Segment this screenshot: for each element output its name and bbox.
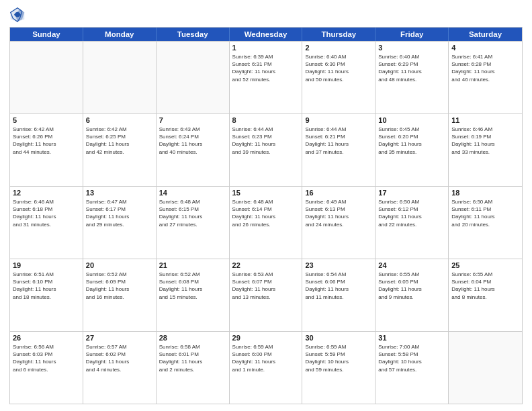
sunset-line: Sunset: 6:11 PM bbox=[451, 205, 519, 213]
sunset-line: Sunset: 6:17 PM bbox=[86, 205, 153, 213]
daylight-line: Daylight: 11 hours bbox=[378, 140, 445, 148]
page: SundayMondayTuesdayWednesdayThursdayFrid… bbox=[0, 0, 532, 411]
sunrise-line: Sunrise: 6:39 AM bbox=[232, 53, 300, 60]
daylight-line: and 15 minutes. bbox=[159, 293, 226, 301]
sunset-line: Sunset: 6:02 PM bbox=[86, 351, 153, 358]
sunrise-line: Sunrise: 6:40 AM bbox=[305, 53, 372, 60]
day-number: 4 bbox=[451, 44, 519, 52]
sunset-line: Sunset: 6:18 PM bbox=[13, 205, 80, 213]
daylight-line: and 35 minutes. bbox=[378, 148, 445, 156]
day-number: 15 bbox=[232, 189, 300, 197]
calendar-cell: 9Sunrise: 6:44 AMSunset: 6:21 PMDaylight… bbox=[302, 114, 375, 186]
header bbox=[9, 7, 523, 23]
sunrise-line: Sunrise: 6:54 AM bbox=[305, 271, 372, 278]
calendar-header-cell: Saturday bbox=[449, 28, 522, 41]
sunset-line: Sunset: 6:19 PM bbox=[451, 133, 519, 140]
logo bbox=[9, 7, 28, 23]
sunrise-line: Sunrise: 6:59 AM bbox=[305, 343, 372, 351]
daylight-line: Daylight: 11 hours bbox=[232, 285, 300, 293]
daylight-line: Daylight: 11 hours bbox=[305, 140, 372, 148]
daylight-line: Daylight: 11 hours bbox=[305, 68, 372, 75]
daylight-line: and 44 minutes. bbox=[13, 148, 80, 156]
sunrise-line: Sunrise: 6:44 AM bbox=[305, 126, 372, 133]
daylight-line: and 11 minutes. bbox=[305, 293, 372, 301]
daylight-line: Daylight: 11 hours bbox=[159, 213, 226, 220]
day-number: 24 bbox=[378, 261, 445, 269]
daylight-line: Daylight: 11 hours bbox=[378, 68, 445, 75]
daylight-line: and 40 minutes. bbox=[159, 148, 226, 156]
sunrise-line: Sunrise: 6:42 AM bbox=[86, 126, 153, 133]
sunrise-line: Sunrise: 6:58 AM bbox=[159, 343, 226, 351]
calendar-header-cell: Tuesday bbox=[157, 28, 230, 41]
calendar-week-row: 5Sunrise: 6:42 AMSunset: 6:26 PMDaylight… bbox=[10, 113, 522, 186]
calendar-cell: 25Sunrise: 6:55 AMSunset: 6:04 PMDayligh… bbox=[449, 259, 522, 331]
daylight-line: Daylight: 11 hours bbox=[159, 358, 226, 365]
sunset-line: Sunset: 6:04 PM bbox=[451, 278, 519, 285]
calendar-header-cell: Sunday bbox=[10, 28, 83, 41]
sunrise-line: Sunrise: 6:42 AM bbox=[13, 126, 80, 133]
daylight-line: and 8 minutes. bbox=[451, 293, 519, 301]
daylight-line: and 4 minutes. bbox=[86, 366, 153, 373]
daylight-line: Daylight: 11 hours bbox=[13, 213, 80, 220]
calendar-cell bbox=[449, 332, 522, 404]
sunrise-line: Sunrise: 6:44 AM bbox=[232, 126, 300, 133]
calendar-cell: 26Sunrise: 6:56 AMSunset: 6:03 PMDayligh… bbox=[10, 332, 83, 404]
daylight-line: and 20 minutes. bbox=[451, 221, 519, 228]
sunset-line: Sunset: 6:01 PM bbox=[159, 351, 226, 358]
day-number: 3 bbox=[378, 44, 445, 52]
sunset-line: Sunset: 6:20 PM bbox=[378, 133, 445, 140]
sunset-line: Sunset: 6:08 PM bbox=[159, 278, 226, 285]
sunset-line: Sunset: 6:09 PM bbox=[86, 278, 153, 285]
calendar-cell: 15Sunrise: 6:48 AMSunset: 6:14 PMDayligh… bbox=[230, 187, 303, 259]
calendar-cell: 4Sunrise: 6:41 AMSunset: 6:28 PMDaylight… bbox=[449, 42, 522, 113]
day-number: 11 bbox=[451, 116, 519, 124]
daylight-line: and 26 minutes. bbox=[232, 221, 300, 228]
sunset-line: Sunset: 6:26 PM bbox=[13, 133, 80, 140]
day-number: 20 bbox=[86, 261, 153, 269]
calendar-cell: 30Sunrise: 6:59 AMSunset: 5:59 PMDayligh… bbox=[302, 332, 375, 404]
calendar-header-cell: Wednesday bbox=[230, 28, 303, 41]
sunset-line: Sunset: 6:28 PM bbox=[451, 60, 519, 68]
calendar-cell: 5Sunrise: 6:42 AMSunset: 6:26 PMDaylight… bbox=[10, 114, 83, 186]
daylight-line: Daylight: 11 hours bbox=[86, 285, 153, 293]
daylight-line: Daylight: 11 hours bbox=[232, 140, 300, 148]
calendar-cell: 27Sunrise: 6:57 AMSunset: 6:02 PMDayligh… bbox=[83, 332, 157, 404]
daylight-line: Daylight: 11 hours bbox=[86, 358, 153, 365]
daylight-line: and 57 minutes. bbox=[378, 366, 445, 373]
daylight-line: Daylight: 10 hours bbox=[378, 358, 445, 365]
calendar-cell: 22Sunrise: 6:53 AMSunset: 6:07 PMDayligh… bbox=[230, 259, 303, 331]
sunset-line: Sunset: 6:06 PM bbox=[305, 278, 372, 285]
calendar-cell: 3Sunrise: 6:40 AMSunset: 6:29 PMDaylight… bbox=[375, 42, 449, 113]
calendar-cell: 29Sunrise: 6:59 AMSunset: 6:00 PMDayligh… bbox=[230, 332, 303, 404]
calendar-cell: 18Sunrise: 6:50 AMSunset: 6:11 PMDayligh… bbox=[449, 187, 522, 259]
daylight-line: Daylight: 11 hours bbox=[305, 285, 372, 293]
sunset-line: Sunset: 6:14 PM bbox=[232, 205, 300, 213]
sunrise-line: Sunrise: 6:47 AM bbox=[86, 198, 153, 205]
sunset-line: Sunset: 6:31 PM bbox=[232, 60, 300, 68]
calendar-cell: 12Sunrise: 6:46 AMSunset: 6:18 PMDayligh… bbox=[10, 187, 83, 259]
day-number: 25 bbox=[451, 261, 519, 269]
calendar-cell: 13Sunrise: 6:47 AMSunset: 6:17 PMDayligh… bbox=[83, 187, 157, 259]
calendar-week-row: 19Sunrise: 6:51 AMSunset: 6:10 PMDayligh… bbox=[10, 259, 522, 331]
sunrise-line: Sunrise: 6:45 AM bbox=[378, 126, 445, 133]
calendar-cell: 21Sunrise: 6:52 AMSunset: 6:08 PMDayligh… bbox=[157, 259, 230, 331]
calendar-cell bbox=[83, 42, 157, 113]
day-number: 6 bbox=[86, 116, 153, 124]
daylight-line: and 42 minutes. bbox=[86, 148, 153, 156]
calendar-cell: 6Sunrise: 6:42 AMSunset: 6:25 PMDaylight… bbox=[83, 114, 157, 186]
sunrise-line: Sunrise: 7:00 AM bbox=[378, 343, 445, 351]
daylight-line: and 2 minutes. bbox=[159, 366, 226, 373]
day-number: 7 bbox=[159, 116, 226, 124]
calendar-cell bbox=[10, 42, 83, 113]
day-number: 21 bbox=[159, 261, 226, 269]
calendar-cell: 11Sunrise: 6:46 AMSunset: 6:19 PMDayligh… bbox=[449, 114, 522, 186]
day-number: 31 bbox=[378, 334, 445, 342]
daylight-line: and 59 minutes. bbox=[305, 366, 372, 373]
calendar-header-cell: Monday bbox=[83, 28, 157, 41]
daylight-line: and 13 minutes. bbox=[232, 293, 300, 301]
day-number: 12 bbox=[13, 189, 80, 197]
sunset-line: Sunset: 6:24 PM bbox=[159, 133, 226, 140]
calendar: SundayMondayTuesdayWednesdayThursdayFrid… bbox=[9, 27, 523, 404]
daylight-line: Daylight: 11 hours bbox=[13, 285, 80, 293]
daylight-line: Daylight: 11 hours bbox=[232, 358, 300, 365]
